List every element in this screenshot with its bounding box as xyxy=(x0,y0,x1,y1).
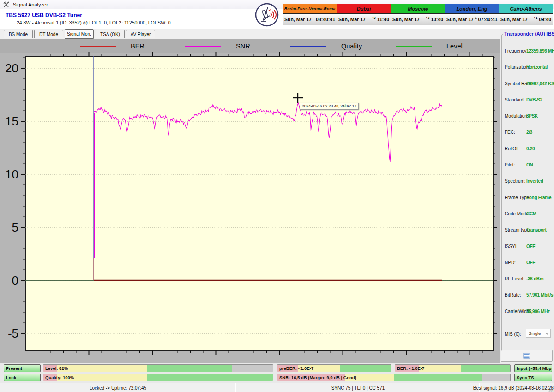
clock-date: Sun, Mar 17 xyxy=(338,17,366,22)
signal-chart[interactable]: -505101520 xyxy=(0,39,501,363)
clock-city: Dubai xyxy=(337,4,391,14)
transponder-row: RF Level:-36 dBm xyxy=(502,272,553,288)
progress-segment-yellow xyxy=(57,365,147,372)
transponder-value: OFF xyxy=(526,260,535,265)
transponder-row: Frame Type:Long Frame xyxy=(502,190,553,207)
clock-time: 10:40 xyxy=(431,17,443,22)
transponder-row: ISSYIOFF xyxy=(502,239,553,255)
mis-row: MIS (0): Single xyxy=(502,329,553,340)
window-title: Signal Analyzer xyxy=(13,2,48,7)
tab-dt-mode[interactable]: DT Mode xyxy=(34,30,63,38)
clock-utc-offset: +1 xyxy=(528,16,539,20)
progress-bar: Level: 82% xyxy=(43,364,273,372)
tab-av-player[interactable]: AV Player xyxy=(126,30,155,38)
progress-label: Level: 82% xyxy=(45,365,68,372)
clock-utc-offset: +2 xyxy=(420,16,431,20)
progress-segment-green xyxy=(461,365,510,372)
transponder-label: Pilot: xyxy=(505,162,515,167)
transponder-value: OFF xyxy=(526,244,535,249)
tuner-subtitle: 24.8W - Alcomsat 1 (ID: 3352) @ LOF1: 0,… xyxy=(17,20,171,25)
resize-grip[interactable] xyxy=(548,386,554,392)
clock-time-row: Sun, Mar 17-107:40:41 xyxy=(445,14,499,25)
tab-bs-mode[interactable]: BS Mode xyxy=(4,30,33,38)
clock-city: Berlin-Paris-Vienna-Roma xyxy=(283,4,337,14)
transponder-value: 8PSK xyxy=(526,113,538,119)
statusbar-cell: Best signal: 16,9 dB (2024-03-16 02:28) xyxy=(480,383,548,392)
clock-date: Sun, Mar 17 xyxy=(284,17,312,22)
transponder-label: Modulation: xyxy=(505,113,529,119)
transponder-label: ISSYI xyxy=(505,244,517,249)
transponder-value: CCM xyxy=(526,211,536,216)
progress-segment-green xyxy=(394,374,482,381)
transponder-row: Stream type:Transport xyxy=(502,223,553,239)
clock-time: 09:40 xyxy=(539,17,551,22)
svg-text:5: 5 xyxy=(12,220,18,234)
transponder-row: NPD:OFF xyxy=(502,255,553,272)
progress-bar: preBER: <1.0E-7 xyxy=(277,364,391,372)
satellite-dish-icon xyxy=(254,2,280,28)
progress-bar: SNR: 16,5 dB (Margin: 9,9 dB | Good) xyxy=(277,374,511,381)
svg-text:15: 15 xyxy=(5,114,18,128)
progress-segment-gray xyxy=(232,365,273,372)
progress-segment-yellow xyxy=(419,365,461,372)
clock-cell: MoscowSun, Mar 17+210:40 xyxy=(391,4,445,25)
transponder-value: 35,996 MHz xyxy=(526,309,550,314)
tuner-title: TBS 5927 USB DVB-S2 Tuner xyxy=(6,12,82,18)
svg-text:20: 20 xyxy=(5,61,18,75)
transponder-value: 12359,896 MHz xyxy=(526,48,554,53)
tab-strip: BS ModeDT ModeSignal Mon.TSA (OK)AV Play… xyxy=(0,29,554,39)
transponder-value: Transport xyxy=(526,227,546,232)
transponder-label: RollOff: xyxy=(505,146,520,151)
log-list-icon xyxy=(523,353,530,359)
status-box-lock: Lock xyxy=(4,374,41,381)
progress-label: SNR: 16,5 dB (Margin: 9,9 dB | Good) xyxy=(279,374,356,381)
transponder-row: FEC:2/3 xyxy=(502,125,553,141)
dxsatcs-logo: DXSATCS.COM xyxy=(252,2,282,32)
transponder-label: NPD: xyxy=(505,260,516,265)
status-bar: Locked -> Uptime: 72:07:45SYNC 75 | TEI … xyxy=(0,383,554,392)
transponder-row: Code Mode:CCM xyxy=(502,207,553,223)
clock-utc-offset: -1 xyxy=(474,16,478,20)
transponder-value: -36 dBm xyxy=(526,276,543,281)
clock-cell: Cairo-AthensSun, Mar 17+109:40 xyxy=(499,4,553,25)
progress-segment-green xyxy=(147,365,232,372)
mis-dropdown[interactable]: Single xyxy=(526,329,551,338)
app-icon xyxy=(3,1,10,8)
clock-cell: London, EngSun, Mar 17-107:40:41 xyxy=(445,4,499,25)
transponder-row: RollOff:0.20 xyxy=(502,142,553,158)
clock-time-row: Sun, Mar 17+210:40 xyxy=(391,14,445,25)
transponder-label: Standard: xyxy=(505,97,524,102)
tab-tsa-ok[interactable]: TSA (OK) xyxy=(96,30,125,38)
transponder-value: Long Frame xyxy=(526,195,551,200)
clock-city: Moscow xyxy=(391,4,445,14)
progress-segment-gray xyxy=(482,374,510,381)
statusbar-cell: Locked -> Uptime: 72:07:45 xyxy=(0,383,236,392)
clock-time-row: Sun, Mar 1708:40:41 xyxy=(283,14,337,25)
transponder-row: Polarization:Horizontal xyxy=(502,60,553,76)
transponder-title: Transponder (AU) [BS] xyxy=(503,31,554,36)
progress-segment-green xyxy=(340,365,391,372)
transponder-row: Pilot:ON xyxy=(502,158,553,174)
progress-label: Quality: 100% xyxy=(45,374,74,381)
progress-segment-green xyxy=(147,374,273,381)
clock-date: Sun, Mar 17 xyxy=(446,17,474,22)
world-clocks: Berlin-Paris-Vienna-RomaSun, Mar 1708:40… xyxy=(283,4,553,25)
signal-status-bars: PresentLevel: 82%preBER: <1.0E-7BER: <1.… xyxy=(0,363,554,383)
transponder-value: 29997,042 KS/s xyxy=(526,81,554,86)
clock-cell: DubaiSun, Mar 17+311:40 xyxy=(337,4,391,25)
clock-time: 11:40 xyxy=(377,17,389,22)
signal-analyzer-window: { "window": { "title": "Signal Analyzer"… xyxy=(0,0,554,392)
status-box-present: Present xyxy=(4,364,41,372)
transponder-label: BitRate: xyxy=(505,292,521,297)
transponder-value: 2/3 xyxy=(526,130,532,135)
log-button[interactable] xyxy=(501,350,553,362)
clock-date: Sun, Mar 17 xyxy=(392,17,420,22)
svg-text:10: 10 xyxy=(5,167,18,181)
tab-signal-mon[interactable]: Signal Mon. xyxy=(65,29,94,39)
clock-time-row: Sun, Mar 17+109:40 xyxy=(499,14,553,25)
transponder-row: Spectrum:Inverted xyxy=(502,174,553,190)
transponder-label: FEC: xyxy=(505,130,515,135)
clock-city: Cairo-Athens xyxy=(499,4,553,14)
status-box-input-55-4-mbps: Input (~55,4 Mbps) xyxy=(514,364,552,372)
chart-tooltip: 2024-03-16 02.28.48, value: 17 xyxy=(300,103,359,110)
